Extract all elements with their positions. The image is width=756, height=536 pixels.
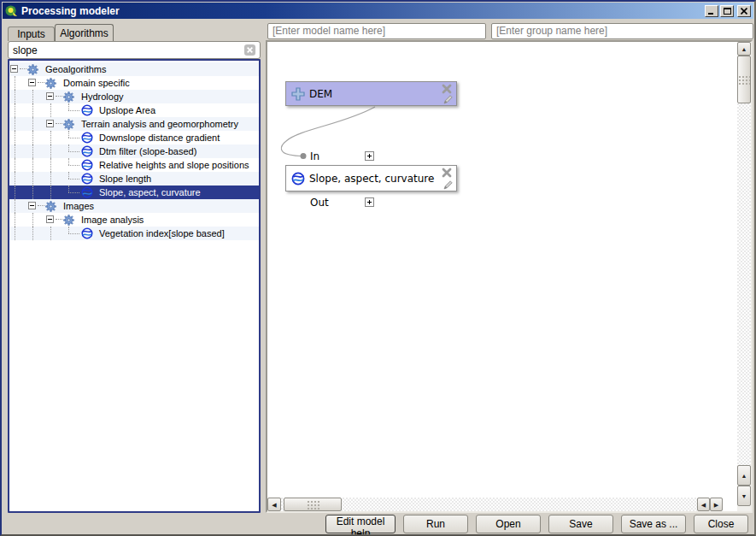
- titlebar[interactable]: Processing modeler: [3, 3, 753, 19]
- vertical-scroll-track[interactable]: [737, 56, 751, 465]
- tree-indent-guide: [9, 172, 27, 186]
- scroll-left-button[interactable]: ◀: [267, 498, 281, 511]
- horizontal-scroll-thumb[interactable]: [284, 498, 342, 511]
- horizontal-scroll-track[interactable]: [281, 498, 697, 511]
- collapse-expander-icon[interactable]: [27, 76, 45, 90]
- tree-indent-guide: [45, 144, 63, 158]
- tree-leaf-connector: [63, 144, 81, 158]
- gear-icon: [45, 78, 56, 89]
- gear-icon: [63, 119, 74, 130]
- up-arrow-icon: ▲: [741, 46, 747, 52]
- tree-item-label: Image analysis: [79, 215, 145, 225]
- tree-indent-guide: [9, 227, 27, 240]
- connection-line: [267, 42, 737, 494]
- tree-indent-guide: [45, 103, 63, 117]
- qgis-logo-icon: [5, 4, 18, 17]
- delete-node-icon[interactable]: [442, 84, 452, 94]
- tree-leaf-connector: [63, 131, 81, 144]
- gear-icon: [27, 64, 38, 75]
- input-plus-icon: [291, 87, 305, 101]
- tree-item-domain-specific[interactable]: Domain specific: [9, 76, 259, 90]
- tree-leaf-connector: [63, 172, 81, 186]
- left-arrow-icon: ◀: [272, 502, 276, 508]
- tree-item-slope-length[interactable]: Slope length: [9, 172, 259, 186]
- tree-indent-guide: [9, 199, 27, 213]
- tree-indent-guide: [27, 131, 45, 144]
- collapse-expander-icon[interactable]: [45, 117, 63, 131]
- tree-indent-guide: [45, 131, 63, 144]
- close-button[interactable]: [737, 5, 751, 17]
- in-port-dot: [301, 153, 307, 159]
- scroll-right-button[interactable]: ▶: [710, 498, 723, 511]
- tab-inputs[interactable]: Inputs: [8, 27, 55, 41]
- clear-search-icon[interactable]: [243, 44, 256, 56]
- search-input[interactable]: slope: [8, 41, 261, 59]
- tree-item-upslope-area[interactable]: Upslope Area: [9, 103, 259, 117]
- model-name-input[interactable]: [Enter model name here]: [267, 23, 486, 39]
- tree-item-slope-aspect-curvature[interactable]: Slope, aspect, curvature: [9, 186, 259, 199]
- processing-modeler-window: Processing modeler [Enter model name her…: [0, 0, 756, 536]
- collapse-expander-icon[interactable]: [27, 199, 45, 213]
- edit-model-help-button[interactable]: Edit model help: [325, 515, 396, 533]
- scroll-up-button-bottom[interactable]: ▲: [737, 465, 751, 486]
- save-button[interactable]: Save: [548, 515, 613, 533]
- tree-item-downslope-distance-gradient[interactable]: Downslope distance gradient: [9, 131, 259, 144]
- dialog-button-bar: Edit model help Run Open Save Save as ..…: [2, 514, 754, 534]
- saga-algorithm-icon: [81, 186, 93, 198]
- in-expand-icon[interactable]: [365, 151, 374, 161]
- node-slope-label: Slope, aspect, curvature: [309, 173, 434, 185]
- edit-node-icon[interactable]: [442, 94, 454, 105]
- saga-algorithm-icon: [81, 159, 93, 171]
- close-dialog-button[interactable]: Close: [694, 515, 748, 533]
- maximize-button[interactable]: [720, 5, 734, 17]
- tree-item-hydrology[interactable]: Hydrology: [9, 90, 259, 103]
- tree-item-dtm-filter-slope-based[interactable]: Dtm filter (slope-based): [9, 144, 259, 158]
- horizontal-scrollbar[interactable]: ◀ ◀ ▶: [267, 498, 723, 511]
- tree-item-label: Upslope Area: [97, 105, 157, 115]
- tree-leaf-connector: [63, 103, 81, 117]
- scroll-left-button-right[interactable]: ◀: [697, 498, 710, 511]
- tree-indent-guide: [45, 227, 63, 240]
- tree-item-geoalgorithms[interactable]: Geoalgorithms: [9, 62, 259, 76]
- tree-item-terrain-analysis-and-geomorphometry[interactable]: Terrain analysis and geomorphometry: [9, 117, 259, 131]
- tree-item-image-analysis[interactable]: Image analysis: [9, 213, 259, 227]
- node-slope-aspect-curvature[interactable]: Slope, aspect, curvature: [285, 165, 457, 191]
- vertical-scroll-thumb[interactable]: [737, 56, 751, 103]
- collapse-expander-icon[interactable]: [45, 90, 63, 103]
- edit-node-icon[interactable]: [442, 180, 454, 191]
- tree-indent-guide: [9, 213, 27, 227]
- out-expand-icon[interactable]: [365, 197, 374, 207]
- node-dem[interactable]: DEM: [285, 81, 457, 106]
- canvas-surface[interactable]: DEM In Slope, aspect, curvature: [267, 42, 751, 511]
- tree-item-relative-heights-and-slope-positions[interactable]: Relative heights and slope positions: [9, 158, 259, 172]
- window-title: Processing modeler: [21, 5, 705, 17]
- tree-leaf-connector: [63, 186, 81, 199]
- saga-algorithm-icon: [81, 145, 93, 157]
- in-port-label: In: [310, 150, 319, 162]
- tree-indent-guide: [9, 117, 27, 131]
- scroll-up-button[interactable]: ▲: [737, 42, 751, 56]
- tree-item-vegetation-index-slope-based[interactable]: Vegetation index[slope based]: [9, 227, 259, 240]
- tree-item-label: Terrain analysis and geomorphometry: [79, 119, 240, 129]
- delete-node-icon[interactable]: [442, 168, 452, 178]
- saga-algorithm-icon: [81, 104, 93, 116]
- tree-indent-guide: [27, 172, 45, 186]
- open-button[interactable]: Open: [476, 515, 541, 533]
- tree-indent-guide: [45, 172, 63, 186]
- vertical-scrollbar[interactable]: ▲ ▲ ▼: [737, 42, 751, 511]
- tree-item-label: Dtm filter (slope-based): [97, 146, 198, 156]
- minimize-button[interactable]: [705, 5, 718, 17]
- collapse-expander-icon[interactable]: [45, 213, 63, 227]
- scroll-down-button[interactable]: ▼: [737, 486, 751, 506]
- save-as-button[interactable]: Save as ...: [621, 515, 686, 533]
- model-canvas[interactable]: DEM In Slope, aspect, curvature: [266, 40, 753, 513]
- tree-item-label: Vegetation index[slope based]: [97, 228, 226, 239]
- tree-item-label: Images: [62, 201, 96, 211]
- tab-algorithms[interactable]: Algorithms: [55, 24, 114, 41]
- run-button[interactable]: Run: [403, 515, 468, 533]
- tree-indent-guide: [27, 213, 45, 227]
- gear-icon: [63, 215, 74, 226]
- tree-item-images[interactable]: Images: [9, 199, 259, 213]
- group-name-input[interactable]: [Enter group name here]: [491, 23, 753, 39]
- collapse-expander-icon[interactable]: [9, 62, 27, 76]
